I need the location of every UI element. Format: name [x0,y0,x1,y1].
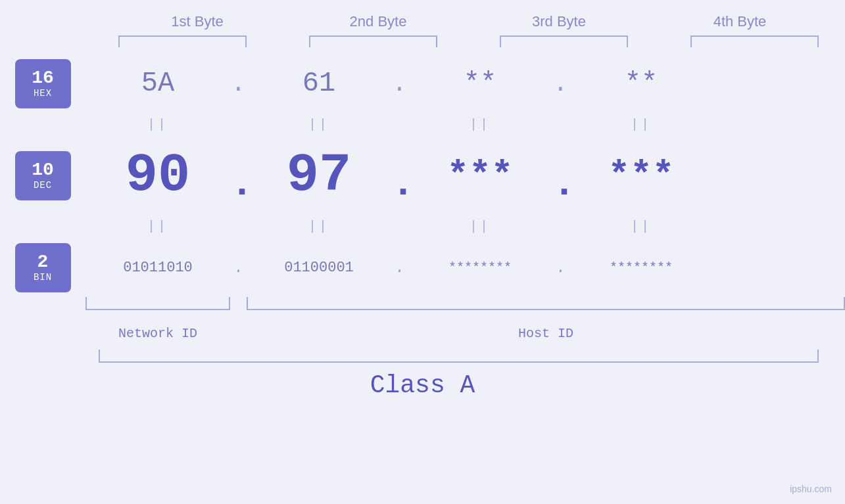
bin-badge: 2 BIN [15,243,71,292]
spacer [651,35,667,47]
top-bracket-3 [500,35,628,47]
dec-val-1: 90 [85,145,230,206]
network-id-label: Network ID [85,326,230,341]
eq2-1: || [85,219,230,234]
eq2-3: || [408,219,552,234]
top-bracket-2 [309,35,437,47]
bin-val-2: 01100001 [247,260,391,276]
dec-val-3: *** [408,154,552,196]
main-container: 1st Byte 2nd Byte 3rd Byte 4th Byte 16 H… [0,0,845,504]
hex-val-4: ** [569,68,713,99]
dec-dot-3: . [552,145,569,206]
bin-dot-3: . [552,259,569,277]
dec-val-2: 97 [247,145,391,206]
dec-val-4: *** [569,154,713,196]
dec-badge: 10 DEC [15,151,71,200]
byte-header-2: 2nd Byte [306,13,450,30]
bin-dot-2: . [391,259,408,277]
byte-header-1: 1st Byte [125,13,270,30]
bottom-bracket-host [247,297,845,310]
top-bracket-4 [690,35,819,47]
hex-badge: 16 HEX [15,59,71,108]
bin-val-3: ******** [408,260,552,275]
dec-dot-1: . [230,145,247,206]
spacer [460,35,477,47]
class-label: Class A [0,371,845,400]
bottom-bracket-network [85,297,230,310]
eq2-4: || [569,219,713,234]
eq-4: || [569,117,713,132]
byte-header-3: 3rd Byte [487,13,631,30]
bin-val-4: ******** [569,260,713,275]
hex-val-2: 61 [247,68,391,99]
eq-1: || [85,117,230,132]
hex-dot-3: . [552,70,569,98]
hex-dot-1: . [230,70,247,98]
dec-dot-2: . [391,145,408,206]
eq-2: || [247,117,391,132]
top-bracket-1 [118,35,247,47]
full-bottom-bracket [99,350,819,363]
hex-val-1: 5A [85,68,230,99]
eq2-2: || [247,219,391,234]
byte-header-4: 4th Byte [667,13,812,30]
eq-3: || [408,117,552,132]
hex-val-3: ** [408,68,552,99]
watermark: ipshu.com [790,484,832,494]
hex-dot-2: . [391,70,408,98]
spacer [270,35,286,47]
host-id-label: Host ID [247,326,845,341]
bin-val-1: 01011010 [85,260,230,276]
bin-dot-1: . [230,259,247,277]
